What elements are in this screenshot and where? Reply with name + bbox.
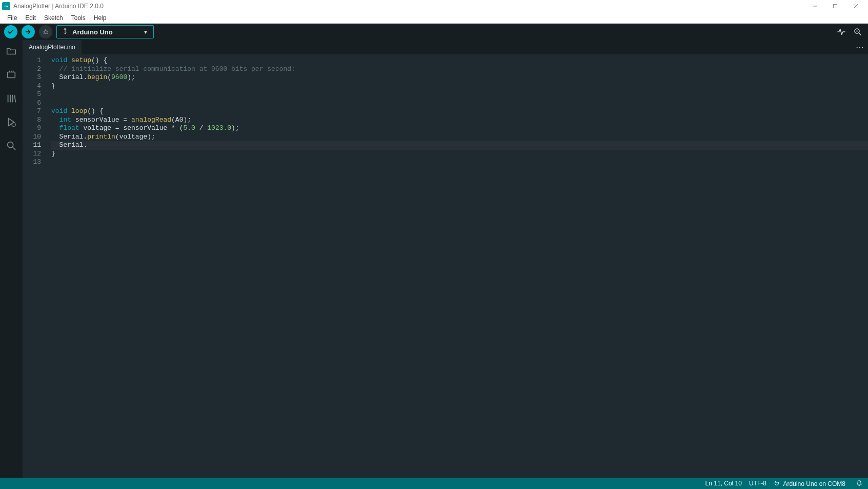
line-number: 8 xyxy=(23,116,41,125)
line-number: 12 xyxy=(23,150,41,159)
usb-icon xyxy=(62,28,68,35)
minimize-button[interactable] xyxy=(804,0,825,12)
board-icon xyxy=(6,69,17,81)
encoding[interactable]: UTF-8 xyxy=(749,480,766,487)
window-title: AnalogPlotter | Arduino IDE 2.0.0 xyxy=(13,3,104,10)
app-icon: ∞ xyxy=(2,2,10,10)
svg-rect-13 xyxy=(8,72,15,78)
serial-monitor-button[interactable] xyxy=(852,26,864,38)
code-editor[interactable]: 12345678910111213 void setup() { // init… xyxy=(23,54,868,478)
code-line[interactable]: } xyxy=(51,82,868,91)
code-line[interactable]: void setup() { xyxy=(51,56,868,65)
board-selector[interactable]: Arduino Uno ▼ xyxy=(56,25,154,38)
plug-icon xyxy=(774,480,780,486)
code-line[interactable]: void loop() { xyxy=(51,107,868,116)
line-number: 3 xyxy=(23,73,41,82)
notifications-button[interactable] xyxy=(856,480,863,487)
line-number: 13 xyxy=(23,158,41,167)
editor-area: AnalogPlotter.ino ⋯ 12345678910111213 vo… xyxy=(23,40,868,478)
bug-icon xyxy=(42,28,49,35)
board-selector-label: Arduino Uno xyxy=(72,28,113,36)
line-number-gutter: 12345678910111213 xyxy=(23,54,46,478)
boards-manager-button[interactable] xyxy=(5,69,17,81)
library-manager-button[interactable] xyxy=(5,92,17,105)
svg-line-20 xyxy=(14,95,15,103)
line-number: 10 xyxy=(23,133,41,142)
code-line[interactable]: // initialize serial communication at 96… xyxy=(51,65,868,74)
magnifier-icon xyxy=(853,27,862,36)
line-number: 7 xyxy=(23,107,41,116)
title-bar: ∞ AnalogPlotter | Arduino IDE 2.0.0 xyxy=(0,0,868,12)
sketchbook-button[interactable] xyxy=(5,45,17,57)
tab-label: AnalogPlotter.ino xyxy=(29,44,75,51)
arrow-right-icon xyxy=(25,28,32,35)
close-button[interactable] xyxy=(845,0,866,12)
tab-bar: AnalogPlotter.ino ⋯ xyxy=(23,40,868,54)
svg-line-11 xyxy=(859,33,861,35)
code-line[interactable] xyxy=(51,90,868,99)
debug-panel-button[interactable] xyxy=(5,116,17,128)
cursor-position[interactable]: Ln 11, Col 10 xyxy=(705,480,742,487)
code-content[interactable]: void setup() { // initialize serial comm… xyxy=(46,54,868,478)
verify-button[interactable] xyxy=(4,25,17,38)
serial-plotter-button[interactable] xyxy=(835,26,847,38)
code-line[interactable]: Serial. xyxy=(51,141,868,150)
code-line[interactable]: float voltage = sensorValue * (5.0 / 102… xyxy=(51,124,868,133)
work-area: AnalogPlotter.ino ⋯ 12345678910111213 vo… xyxy=(0,40,868,478)
maximize-button[interactable] xyxy=(825,0,845,12)
board-port-label: Arduino Uno on COM8 xyxy=(783,480,845,487)
play-bug-icon xyxy=(6,116,17,128)
debug-button[interactable] xyxy=(39,25,52,38)
line-number: 2 xyxy=(23,65,41,74)
menu-edit[interactable]: Edit xyxy=(21,14,40,22)
line-number: 4 xyxy=(23,82,41,91)
menu-help[interactable]: Help xyxy=(90,14,111,22)
chevron-down-icon: ▼ xyxy=(143,29,148,35)
code-line[interactable] xyxy=(51,158,868,167)
menu-tools[interactable]: Tools xyxy=(67,14,90,22)
svg-point-22 xyxy=(8,142,13,148)
line-number: 5 xyxy=(23,90,41,99)
svg-rect-1 xyxy=(834,5,837,8)
upload-button[interactable] xyxy=(22,25,35,38)
code-line[interactable]: int sensorValue = analogRead(A0); xyxy=(51,116,868,125)
search-button[interactable] xyxy=(5,140,17,152)
code-line[interactable]: } xyxy=(51,150,868,159)
activity-bar xyxy=(0,40,23,478)
svg-line-8 xyxy=(44,33,45,33)
books-icon xyxy=(6,93,17,104)
pulse-icon xyxy=(837,27,846,36)
line-number: 6 xyxy=(23,99,41,108)
status-bar: Ln 11, Col 10 UTF-8 Arduino Uno on COM8 xyxy=(0,478,868,489)
folder-icon xyxy=(6,46,17,57)
search-icon xyxy=(6,140,17,151)
line-number: 9 xyxy=(23,124,41,133)
check-icon xyxy=(7,28,14,35)
toolbar: Arduino Uno ▼ xyxy=(0,24,868,40)
line-number: 1 xyxy=(23,56,41,65)
code-line[interactable]: Serial.begin(9600); xyxy=(51,73,868,82)
menu-sketch[interactable]: Sketch xyxy=(40,14,67,22)
ellipsis-icon: ⋯ xyxy=(856,43,864,52)
editor-overflow-button[interactable]: ⋯ xyxy=(852,40,868,54)
line-number: 11 xyxy=(23,141,41,150)
menu-bar: File Edit Sketch Tools Help xyxy=(0,12,868,24)
menu-file[interactable]: File xyxy=(3,14,21,22)
code-line[interactable]: Serial.println(voltage); xyxy=(51,133,868,142)
editor-tab[interactable]: AnalogPlotter.ino xyxy=(23,40,82,54)
svg-point-4 xyxy=(44,31,47,34)
svg-point-21 xyxy=(12,123,15,126)
svg-line-23 xyxy=(13,147,16,150)
bell-icon xyxy=(856,480,863,487)
code-line[interactable] xyxy=(51,99,868,108)
board-port-status[interactable]: Arduino Uno on COM8 xyxy=(774,480,845,487)
svg-line-9 xyxy=(47,33,48,33)
